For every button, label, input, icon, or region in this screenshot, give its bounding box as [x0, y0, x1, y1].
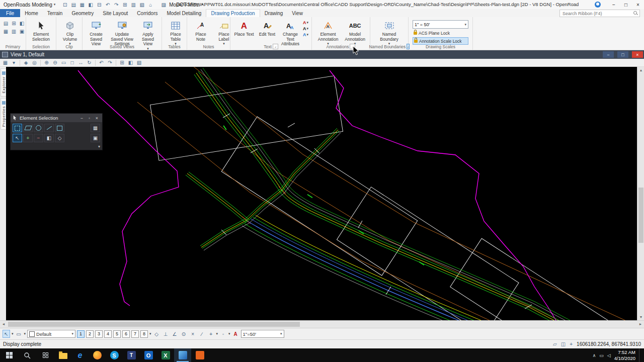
view-minimize-button[interactable]: − [603, 51, 614, 58]
active-level-dropdown[interactable]: Default ▾ [27, 330, 75, 338]
ribbon-search-box[interactable] [559, 10, 640, 17]
select-line-icon[interactable] [44, 124, 54, 132]
pin-icon[interactable]: ◦ [86, 115, 93, 121]
drawing-canvas[interactable]: Element Selection − ◦ × ▦ ↖ + − ◧ ◇ ▣ ▾ [6, 67, 637, 320]
view-close-button[interactable]: × [632, 51, 643, 58]
view-menu-icon[interactable] [2, 52, 8, 57]
sheet-boundaries[interactable] [150, 76, 617, 320]
center-snap-icon[interactable]: ⊙ [180, 330, 188, 338]
properties-icon[interactable]: ▧ [138, 1, 146, 8]
properties-icon[interactable]: ▥ [10, 28, 18, 35]
taskbar-search-button[interactable] [18, 348, 36, 362]
tab-home[interactable]: Home [20, 9, 43, 17]
explorer-icon[interactable]: ▥ [129, 1, 137, 8]
tab-geometry[interactable]: Geometry [67, 9, 98, 17]
print-icon[interactable]: ⊟ [95, 1, 103, 8]
select-invert-icon[interactable]: ◧ [44, 134, 54, 142]
cad-drawing[interactable] [6, 67, 637, 320]
scroll-up-icon[interactable]: ▲ [637, 67, 644, 73]
select-subtract-icon[interactable]: − [34, 134, 43, 142]
perpendicular-snap-icon[interactable]: ⊥ [162, 330, 170, 338]
tab-model-detailing[interactable]: Model Detailing [162, 9, 206, 17]
zoom-out-icon[interactable]: ⊖ [51, 59, 59, 66]
element-selection-dialog[interactable]: Element Selection − ◦ × ▦ ↖ + − ◧ ◇ ▣ ▾ [10, 113, 103, 150]
view-toggle-4[interactable]: 4 [104, 330, 112, 338]
tab-terrain[interactable]: Terrain [43, 9, 67, 17]
volume-icon[interactable]: ◁ [607, 353, 611, 358]
compress-icon[interactable]: ⊞ [121, 1, 129, 8]
scroll-down-icon[interactable]: ▼ [637, 314, 644, 320]
element-selection-tool-icon[interactable]: ↖ [3, 330, 10, 338]
rotate-view-icon[interactable]: ↻ [86, 59, 93, 66]
task-view-button[interactable] [36, 348, 54, 362]
chevron-down-icon[interactable]: ▾ [10, 59, 18, 66]
view-toggle-7[interactable]: 7 [131, 330, 139, 338]
minimize-button[interactable]: − [608, 1, 620, 9]
display-style-icon[interactable]: ◈ [22, 59, 30, 66]
origin-snap-icon[interactable]: + [207, 330, 215, 338]
taskbar-teams[interactable]: T [123, 348, 140, 362]
tab-drawing[interactable]: Drawing [260, 9, 288, 17]
markup-icon[interactable]: ▱ [553, 341, 557, 347]
window-area-icon[interactable]: □ [68, 59, 76, 66]
text-style-icon[interactable]: A▾ [303, 20, 308, 25]
clip-volume-icon[interactable]: ◧ [127, 59, 134, 66]
select-new-icon[interactable]: ↖ [13, 134, 22, 142]
annotation-scale-lock-toggle[interactable]: Annotation Scale Lock [413, 37, 468, 45]
select-block-icon[interactable] [23, 124, 33, 132]
taskbar-openroads-designer[interactable] [174, 348, 191, 362]
place-note-button[interactable]: A Place Note [189, 19, 212, 42]
drop-text-icon[interactable]: A▾ [303, 26, 308, 31]
view-next-icon[interactable]: ↷ [106, 59, 114, 66]
horizontal-scrollbar[interactable]: ◄ ► [0, 320, 644, 327]
scroll-left-icon[interactable]: ◄ [0, 321, 7, 327]
taskbar-edge[interactable]: e [71, 348, 89, 362]
user-account-icon[interactable] [595, 2, 601, 8]
ribbon-search-input[interactable] [561, 11, 633, 17]
view-toggle-1[interactable]: 1 [77, 330, 85, 338]
clip-mask-icon[interactable]: ▧ [135, 59, 143, 66]
view-previous-icon[interactable]: ↶ [98, 59, 105, 66]
acs-plane-lock-toggle[interactable]: ACS Plane Lock [413, 30, 468, 36]
network-icon[interactable]: ▭ [599, 353, 604, 358]
level-display-icon[interactable]: ▦ [2, 28, 10, 35]
vertical-scrollbar[interactable]: ▲ ▼ [637, 67, 644, 320]
explorer-icon[interactable]: ▤ [2, 20, 10, 27]
taskbar-clock[interactable]: 7:52 AM 4/10/2020 [614, 349, 635, 361]
text-dialog-launcher-icon[interactable]: ⌟ [273, 44, 278, 49]
expand-dialog-icon[interactable]: ▾ [98, 144, 100, 149]
view-toggle-6[interactable]: 6 [122, 330, 130, 338]
view-toggle-2[interactable]: 2 [86, 330, 94, 338]
update-saved-view-settings-button[interactable]: Update Saved View Settings [108, 19, 136, 47]
view-attributes-icon[interactable]: ▦ [2, 59, 9, 66]
copy-view-icon[interactable]: ⊞ [118, 59, 126, 66]
model-annotation-button[interactable]: ABC Model Annotation ▾ [342, 19, 368, 46]
tray-expand-icon[interactable]: ∧ [593, 353, 596, 358]
fence-tool-icon[interactable]: ▭ [15, 330, 23, 338]
pan-icon[interactable]: ↔ [77, 59, 85, 66]
tab-site-layout[interactable]: Site Layout [98, 9, 132, 17]
select-shape-icon[interactable] [34, 124, 43, 132]
select-clear-icon[interactable]: ◇ [55, 134, 64, 142]
annotation-scale-dropdown[interactable]: 1"=50' ▾ [241, 330, 284, 338]
show-extended-settings-icon[interactable]: ▦ [91, 124, 100, 132]
horizontal-scroll-thumb[interactable] [8, 322, 300, 327]
annotations-dialog-launcher-icon[interactable]: ⌟ [350, 44, 355, 49]
create-saved-view-button[interactable]: + Create Saved View [85, 19, 108, 47]
close-button[interactable]: × [632, 1, 644, 9]
workflow-selector[interactable]: OpenRoads Modeling ▾ [0, 0, 59, 9]
minimize-icon[interactable]: − [78, 115, 86, 121]
taskbar-app-orange[interactable] [191, 348, 208, 362]
view-maximize-button[interactable]: □ [617, 51, 628, 58]
models-icon[interactable]: ◧ [18, 20, 26, 27]
drawing-scale-dropdown[interactable]: 1" = 50' ▾ [413, 20, 468, 29]
view-toggle-3[interactable]: 3 [95, 330, 103, 338]
brightness-icon[interactable]: ◎ [31, 59, 38, 66]
taskbar-excel[interactable]: X [157, 348, 174, 362]
right-of-way-lines[interactable] [137, 67, 637, 320]
place-table-button[interactable]: Place Table ▾ [164, 19, 187, 46]
show-desktop-button[interactable] [639, 348, 642, 362]
text-glossary-icon[interactable]: A▾ [303, 32, 308, 37]
fit-view-icon[interactable]: ▭ [60, 59, 67, 66]
dialog-title-bar[interactable]: Element Selection − ◦ × [11, 114, 102, 122]
